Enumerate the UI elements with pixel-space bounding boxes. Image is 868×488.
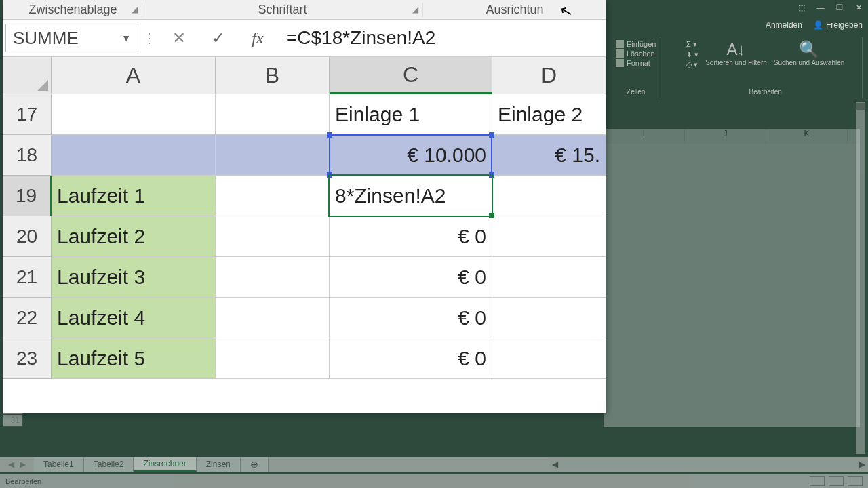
row-header-21[interactable]: 21 xyxy=(3,257,52,298)
share-icon: 👤 xyxy=(813,20,823,30)
clipboard-launcher-icon[interactable]: ◢ xyxy=(132,5,138,14)
sheet-nav-prev[interactable]: ◀ xyxy=(8,460,14,469)
row-header-20[interactable]: 20 xyxy=(3,216,52,257)
sheet-tab-zinsen[interactable]: Zinsen xyxy=(197,457,241,472)
view-pagebreak-button[interactable] xyxy=(848,476,863,486)
share-button[interactable]: 👤Freigeben xyxy=(813,20,863,30)
name-box[interactable]: SUMME ▼ xyxy=(5,24,138,52)
minimize-button[interactable]: — xyxy=(811,0,830,15)
cell-D21[interactable] xyxy=(492,257,606,298)
namebox-resize-handle[interactable]: ⋮ xyxy=(142,30,156,46)
row-header-23[interactable]: 23 xyxy=(3,338,52,379)
row-header-19[interactable]: 19 xyxy=(3,176,52,216)
cell-A18[interactable] xyxy=(52,135,216,176)
cell-B22[interactable] xyxy=(216,298,330,338)
ribbon-label-alignment: Ausrichtun xyxy=(486,3,543,17)
format-cells-button[interactable]: Format xyxy=(616,59,656,67)
autosum-button[interactable]: Σ ▾ xyxy=(686,40,698,49)
sheet-tab-zinsrechner[interactable]: Zinsrechner xyxy=(134,457,196,472)
cell-C22[interactable]: € 0 xyxy=(330,298,492,338)
view-normal-button[interactable] xyxy=(810,476,825,486)
cell-C21[interactable]: € 0 xyxy=(330,257,492,298)
cell-B23[interactable] xyxy=(216,338,330,379)
cell-A22[interactable]: Laufzeit 4 xyxy=(52,298,216,338)
close-button[interactable]: ✕ xyxy=(849,0,868,15)
cell-C18[interactable]: € 10.000 xyxy=(330,135,492,176)
sheet-nav-next[interactable]: ▶ xyxy=(20,460,26,469)
sheet-tab-tabelle2[interactable]: Tabelle2 xyxy=(84,457,134,472)
cell-D20[interactable] xyxy=(492,216,606,257)
chevron-down-icon[interactable]: ▼ xyxy=(121,33,131,43)
cell-D23[interactable] xyxy=(492,338,606,379)
cell-A20[interactable]: Laufzeit 2 xyxy=(52,216,216,257)
fill-handle[interactable] xyxy=(489,213,494,218)
cancel-formula-button[interactable]: ✕ xyxy=(160,24,198,52)
cell-D18[interactable]: € 15. xyxy=(492,135,606,176)
ribbon-label-clipboard: Zwischenablage xyxy=(28,3,117,17)
clear-button[interactable]: ◇ ▾ xyxy=(686,60,698,69)
formula-bar-input[interactable] xyxy=(281,24,604,52)
ribbon-group-cells: Einfügen Löschen Format Zellen xyxy=(612,37,660,98)
status-mode: Bearbeiten xyxy=(5,477,41,485)
ribbon-label-edit: Bearbeiten xyxy=(749,88,782,96)
ribbon-group-edit: Σ ▾ ⬇ ▾ ◇ ▾ A↓ Sortieren und Filtern 🔍 S… xyxy=(669,37,863,98)
row-header-17[interactable]: 17 xyxy=(3,94,52,135)
cell-A19[interactable]: Laufzeit 1 xyxy=(52,176,216,216)
ribbon-label-cells: Zellen xyxy=(627,88,645,96)
add-sheet-button[interactable]: ⊕ xyxy=(241,457,269,472)
cell-C19[interactable]: 8*Zinsen!A2 xyxy=(330,176,492,216)
font-launcher-icon[interactable]: ◢ xyxy=(412,5,418,14)
enter-formula-button[interactable]: ✓ xyxy=(199,24,237,52)
cell-D22[interactable] xyxy=(492,298,606,338)
fill-button[interactable]: ⬇ ▾ xyxy=(686,50,698,59)
status-bar: Bearbeiten xyxy=(0,474,868,488)
cell-D19[interactable] xyxy=(492,176,606,216)
window-controls: ⬚ — ❐ ✕ xyxy=(792,0,868,15)
cell-A17[interactable] xyxy=(52,94,216,135)
col-header-C[interactable]: C xyxy=(330,57,492,94)
cell-A21[interactable]: Laufzeit 3 xyxy=(52,257,216,298)
horizontal-scrollbar[interactable]: ◀▶ xyxy=(549,460,868,469)
insert-cells-button[interactable]: Einfügen xyxy=(616,40,656,48)
insert-function-button[interactable]: fx xyxy=(239,24,277,52)
row-header-31[interactable]: 31 xyxy=(3,415,23,427)
row-header-22[interactable]: 22 xyxy=(3,298,52,338)
cell-C17[interactable]: Einlage 1 xyxy=(330,94,492,135)
cell-B17[interactable] xyxy=(216,94,330,135)
find-select-button[interactable]: 🔍 Suchen und Auswählen xyxy=(774,40,845,66)
vertical-scrollbar[interactable] xyxy=(856,102,865,454)
cell-B20[interactable] xyxy=(216,216,330,257)
sheet-tab-tabelle1[interactable]: Tabelle1 xyxy=(34,457,84,472)
col-header-B[interactable]: B xyxy=(216,57,330,94)
background-grid[interactable]: I J K xyxy=(604,129,860,427)
cell-D17[interactable]: Einlage 2 xyxy=(492,94,606,135)
ribbon-options-button[interactable]: ⬚ xyxy=(792,0,811,15)
restore-button[interactable]: ❐ xyxy=(830,0,849,15)
delete-cells-button[interactable]: Löschen xyxy=(616,49,656,58)
sheet-tab-bar: ◀ ▶ Tabelle1 Tabelle2 Zinsrechner Zinsen… xyxy=(0,457,868,472)
view-layout-button[interactable] xyxy=(829,476,844,486)
row-header-18[interactable]: 18 xyxy=(3,135,52,176)
select-all-corner[interactable] xyxy=(3,57,52,94)
cell-B21[interactable] xyxy=(216,257,330,298)
cell-B19[interactable] xyxy=(216,176,330,216)
col-header-K[interactable]: K xyxy=(766,129,848,144)
sort-filter-button[interactable]: A↓ Sortieren und Filtern xyxy=(705,40,767,66)
signin-link[interactable]: Anmelden xyxy=(766,20,802,30)
cell-B18[interactable] xyxy=(216,135,330,176)
col-header-A[interactable]: A xyxy=(52,57,216,94)
cell-C20[interactable]: € 0 xyxy=(330,216,492,257)
ribbon-label-font: Schriftart xyxy=(258,3,307,17)
cell-A23[interactable]: Laufzeit 5 xyxy=(52,338,216,379)
col-header-I[interactable]: I xyxy=(604,129,685,144)
col-header-D[interactable]: D xyxy=(492,57,606,94)
col-header-J[interactable]: J xyxy=(685,129,766,144)
cell-C23[interactable]: € 0 xyxy=(330,338,492,379)
